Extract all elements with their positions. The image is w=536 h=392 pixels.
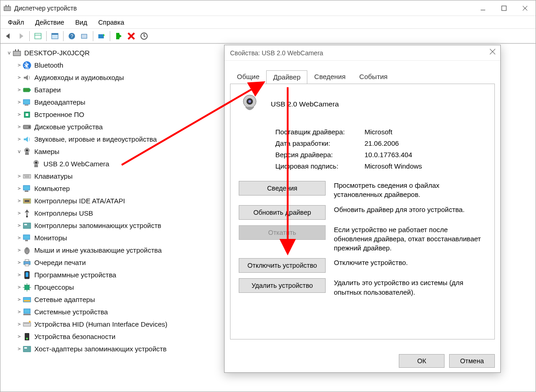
tab-driver[interactable]: Драйвер	[266, 70, 307, 84]
toolbar-separator	[110, 31, 110, 41]
titlebar: Диспетчер устройств	[0, 0, 536, 16]
svg-rect-9	[81, 34, 87, 38]
label-date: Дата разработки:	[275, 139, 364, 147]
svg-rect-52	[23, 323, 31, 326]
expand-icon[interactable]: >	[16, 284, 22, 290]
expand-icon[interactable]: >	[16, 260, 22, 265]
tab-events[interactable]: События	[353, 70, 395, 84]
expand-icon[interactable]: >	[16, 173, 22, 179]
svg-rect-38	[24, 224, 27, 225]
expand-icon[interactable]: >	[16, 309, 22, 315]
toolbar-scan-hardware-button[interactable]	[138, 30, 150, 42]
svg-rect-56	[23, 346, 31, 352]
toolbar-show-hide-button[interactable]	[32, 30, 44, 42]
computer-icon	[12, 48, 21, 58]
expand-icon[interactable]: >	[16, 111, 22, 117]
usb-icon	[22, 209, 32, 218]
expand-icon[interactable]: >	[16, 346, 22, 352]
expand-icon[interactable]: >	[16, 235, 22, 241]
toolbar-uninstall-button[interactable]	[125, 30, 137, 42]
expand-icon[interactable]: >	[16, 297, 22, 302]
dialog-close-button[interactable]	[489, 48, 496, 56]
tree-label: Аудиовходы и аудиовыходы	[34, 74, 124, 81]
firmware-icon	[22, 110, 32, 119]
svg-rect-10	[98, 34, 104, 38]
cancel-button[interactable]: Отмена	[449, 354, 495, 368]
toolbar-separator	[93, 31, 93, 41]
expand-icon[interactable]: >	[16, 222, 22, 228]
driver-info: Поставщик драйвера:Microsoft Дата разраб…	[239, 128, 486, 170]
host-adapter-icon	[22, 344, 32, 354]
toolbar-help-button[interactable]: ?	[66, 30, 78, 42]
expand-icon[interactable]: >	[16, 198, 22, 204]
svg-rect-19	[23, 100, 30, 104]
expand-icon[interactable]: >	[16, 210, 22, 216]
tree-label: Мыши и иные указывающие устройства	[34, 246, 161, 254]
expand-icon[interactable]: >	[16, 247, 22, 253]
toolbar-enable-button[interactable]	[113, 30, 124, 42]
ok-button[interactable]: ОК	[399, 354, 445, 368]
toolbar-update-driver-button[interactable]	[96, 30, 107, 42]
expand-icon[interactable]: >	[16, 124, 22, 130]
svg-rect-50	[24, 309, 30, 313]
uninstall-device-button[interactable]: Удалить устройство	[239, 278, 326, 293]
svg-text:?: ?	[70, 33, 73, 39]
expand-icon[interactable]: >	[16, 99, 22, 105]
update-driver-button[interactable]: Обновить драйвер	[239, 205, 326, 220]
label-provider: Поставщик драйвера:	[275, 128, 364, 136]
mouse-icon	[22, 246, 32, 255]
value-date: 21.06.2006	[364, 139, 399, 147]
expand-icon[interactable]: >	[16, 321, 22, 327]
tab-details[interactable]: Сведения	[307, 70, 353, 84]
expand-icon[interactable]: >	[16, 334, 22, 339]
update-driver-desc: Обновить драйвер для этого устройства.	[334, 205, 486, 214]
driver-details-button[interactable]: Сведения	[239, 181, 326, 196]
security-device-icon	[22, 332, 32, 341]
toolbar-back-button[interactable]	[2, 30, 14, 42]
tree-label: Контроллеры USB	[34, 209, 93, 217]
menu-view[interactable]: Вид	[70, 17, 91, 27]
webcam-icon	[32, 159, 41, 169]
toolbar-properties-button[interactable]	[49, 30, 61, 42]
expand-icon[interactable]: >	[16, 185, 22, 191]
printer-icon	[22, 258, 32, 267]
storage-controller-icon	[22, 221, 32, 230]
battery-icon	[22, 85, 32, 95]
expand-icon[interactable]: >	[16, 272, 22, 278]
expand-icon[interactable]: >	[16, 74, 22, 80]
disable-device-button[interactable]: Отключить устройство	[239, 258, 326, 273]
tree-label: Звуковые, игровые и видеоустройства	[34, 135, 157, 143]
keyboard-icon	[22, 172, 32, 181]
svg-rect-20	[25, 105, 28, 106]
uninstall-device-desc: Удалить это устройство из системы (для о…	[334, 278, 486, 297]
expand-icon[interactable]: v	[6, 50, 12, 56]
dialog-titlebar: Свойства: USB 2.0 WebCamera	[225, 45, 500, 61]
value-signer: Microsoft Windows	[364, 162, 422, 170]
tree-label: Мониторы	[34, 234, 67, 242]
svg-rect-1	[5, 5, 6, 6]
computer-node-icon	[22, 184, 32, 193]
expand-icon[interactable]: >	[16, 87, 22, 93]
svg-rect-13	[13, 51, 21, 56]
close-button[interactable]	[515, 0, 536, 16]
menu-file[interactable]: Файл	[3, 17, 29, 27]
svg-rect-4	[35, 33, 41, 39]
menu-help[interactable]: Справка	[94, 17, 129, 27]
expand-icon[interactable]: v	[16, 148, 22, 154]
rollback-driver-desc: Если устройство не работает после обновл…	[334, 225, 486, 253]
tab-general[interactable]: Общие	[230, 70, 266, 84]
expand-icon[interactable]: >	[16, 62, 22, 68]
expand-icon[interactable]: >	[16, 136, 22, 142]
svg-rect-14	[15, 49, 16, 51]
svg-rect-6	[52, 33, 58, 35]
svg-rect-2	[8, 5, 9, 6]
monitor-icon	[22, 233, 32, 243]
minimize-button[interactable]	[472, 0, 493, 16]
svg-rect-49	[24, 300, 30, 302]
svg-point-60	[248, 100, 251, 103]
svg-rect-0	[4, 6, 11, 11]
toolbar-scan-button[interactable]	[79, 30, 91, 42]
device-name: USB 2.0 WebCamera	[271, 100, 339, 108]
maximize-button[interactable]	[493, 0, 515, 16]
menu-action[interactable]: Действие	[31, 17, 69, 27]
